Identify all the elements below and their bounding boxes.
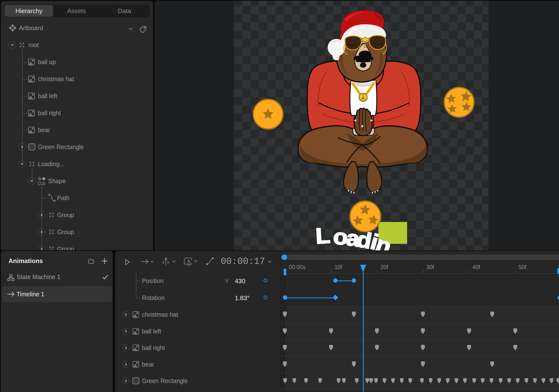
svg-text:L: L xyxy=(315,223,331,248)
